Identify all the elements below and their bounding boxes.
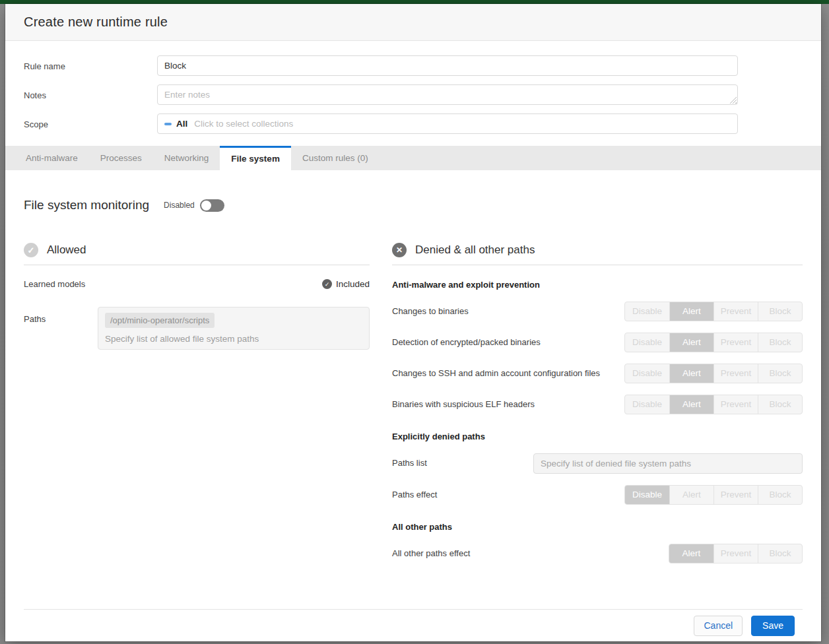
notes-input[interactable] [157, 84, 738, 105]
tab-bar: Anti-malwareProcessesNetworkingFile syst… [5, 146, 821, 170]
modal-title: Create new runtime rule [24, 15, 168, 30]
effect-option-alert[interactable]: Alert [669, 364, 713, 383]
row-detection-of-encrypted-packed-binaries: Detection of encrypted/packed binariesDi… [392, 333, 803, 352]
allowed-section-head: ✓ Allowed [24, 243, 370, 265]
row-changes-to-binaries: Changes to binariesDisableAlertPreventBl… [392, 302, 803, 321]
allowed-paths-placeholder: Specify list of allowed file system path… [105, 334, 362, 344]
included-check-icon: ✓ [322, 279, 332, 289]
learned-models-row: Learned models ✓ Included [24, 279, 370, 289]
subheading-explicitly-denied-paths: Explicitly denied paths [392, 432, 803, 441]
check-circle-icon: ✓ [24, 243, 38, 257]
effect-option-disable[interactable]: Disable [625, 333, 669, 352]
monitoring-toggle[interactable] [200, 199, 224, 212]
effect-option-disable[interactable]: Disable [625, 302, 669, 321]
rule-form: Rule name Notes Scope All Click to selec… [5, 41, 821, 146]
effect-option-prevent[interactable]: Prevent [713, 544, 758, 563]
x-circle-icon: ✕ [392, 243, 407, 257]
allowed-paths-row: Paths /opt/minio-operator/scripts Specif… [24, 307, 370, 350]
row-label: Changes to SSH and admin account configu… [392, 367, 624, 380]
effect-option-block[interactable]: Block [758, 302, 802, 321]
rule-name-label: Rule name [24, 55, 157, 71]
toggle-knob [201, 201, 211, 210]
learned-models-label: Learned models [24, 279, 85, 289]
allowed-path-chips: /opt/minio-operator/scripts [105, 313, 362, 328]
allowed-paths-box[interactable]: /opt/minio-operator/scripts Specify list… [98, 307, 370, 350]
effect-option-alert[interactable]: Alert [669, 395, 713, 414]
modal-footer: Cancel Save [24, 609, 803, 641]
denied-section-head: ✕ Denied & all other paths [392, 243, 803, 265]
tab-anti-malware[interactable]: Anti-malware [15, 146, 89, 170]
denied-groups: Anti-malware and exploit preventionChang… [392, 280, 803, 564]
allowed-paths-label: Paths [24, 307, 98, 324]
row-changes-to-ssh-and-admin-account-configuration-files: Changes to SSH and admin account configu… [392, 364, 803, 383]
cancel-button[interactable]: Cancel [694, 616, 743, 636]
monitoring-toggle-label: Disabled [164, 201, 195, 210]
row-label: Paths effect [392, 488, 624, 501]
effect-option-block[interactable]: Block [758, 364, 802, 383]
scope-select[interactable]: All Click to select collections [157, 113, 738, 134]
effect-group-changes-to-binaries: DisableAlertPreventBlock [624, 302, 803, 321]
scope-tag-all: All [176, 119, 187, 129]
rule-name-row: Rule name [24, 55, 803, 76]
row-binaries-with-suspicious-elf-headers: Binaries with suspicious ELF headersDisa… [392, 395, 803, 414]
effect-option-prevent[interactable]: Prevent [713, 486, 758, 504]
effect-option-block[interactable]: Block [758, 333, 802, 352]
row-label: All other paths effect [392, 547, 669, 560]
effect-option-prevent[interactable]: Prevent [713, 333, 758, 352]
effect-option-disable[interactable]: Disable [625, 364, 669, 383]
notes-row: Notes [24, 84, 803, 105]
denied-paths-input[interactable] [533, 453, 803, 474]
row-paths-list: Paths list [392, 453, 803, 474]
allowed-title: Allowed [47, 243, 86, 257]
modal-header: Create new runtime rule [5, 4, 821, 41]
denied-title: Denied & all other paths [415, 243, 535, 257]
effect-option-alert[interactable]: Alert [669, 333, 713, 352]
effect-option-prevent[interactable]: Prevent [713, 395, 758, 414]
effect-group-paths-effect: DisableAlertPreventBlock [624, 485, 803, 505]
effect-option-alert[interactable]: Alert [669, 544, 713, 563]
effect-group-all-other-paths-effect: AlertPreventBlock [669, 544, 803, 564]
effect-option-block[interactable]: Block [758, 395, 802, 414]
subheading-all-other-paths: All other paths [392, 522, 803, 532]
row-label: Changes to binaries [392, 305, 624, 318]
effect-option-alert[interactable]: Alert [669, 302, 713, 321]
monitoring-heading: File system monitoring [24, 198, 149, 212]
row-label: Binaries with suspicious ELF headers [392, 398, 624, 411]
row-label: Detection of encrypted/packed binaries [392, 336, 624, 349]
effect-option-prevent[interactable]: Prevent [713, 302, 758, 321]
row-label: Paths list [392, 457, 533, 470]
rule-name-input[interactable] [157, 55, 738, 76]
scope-placeholder: Click to select collections [194, 119, 293, 129]
effect-option-block[interactable]: Block [758, 544, 802, 563]
effect-option-block[interactable]: Block [758, 486, 802, 504]
effect-option-alert[interactable]: Alert [669, 486, 713, 504]
included-text: Included [336, 279, 370, 289]
learned-models-status: ✓ Included [322, 279, 370, 289]
tab-processes[interactable]: Processes [89, 146, 153, 170]
tab-custom-rules-0[interactable]: Custom rules (0) [291, 146, 380, 170]
notes-label: Notes [24, 84, 157, 100]
scope-label: Scope [24, 113, 157, 129]
effect-group-binaries-with-suspicious-elf-headers: DisableAlertPreventBlock [624, 395, 803, 414]
allowed-column: ✓ Allowed Learned models ✓ Included Path… [24, 243, 370, 575]
row-paths-effect: Paths effectDisableAlertPreventBlock [392, 485, 803, 505]
monitoring-row: File system monitoring Disabled [24, 198, 803, 212]
file-system-tab-content: File system monitoring Disabled ✓ Allowe… [5, 170, 821, 641]
save-button[interactable]: Save [751, 616, 795, 636]
effect-group-changes-to-ssh-and-admin-account-configuration-files: DisableAlertPreventBlock [624, 364, 803, 383]
effect-group-detection-of-encrypted-packed-binaries: DisableAlertPreventBlock [624, 333, 803, 352]
scope-row: Scope All Click to select collections [24, 113, 803, 134]
collection-color-icon [164, 123, 172, 125]
create-runtime-rule-modal: Create new runtime rule Rule name Notes … [5, 4, 821, 641]
effect-option-prevent[interactable]: Prevent [713, 364, 758, 383]
effect-option-disable[interactable]: Disable [625, 486, 669, 504]
effect-option-disable[interactable]: Disable [625, 395, 669, 414]
tab-file-system[interactable]: File system [220, 146, 291, 170]
subheading-anti-malware-and-exploit-prevention: Anti-malware and exploit prevention [392, 280, 803, 290]
denied-column: ✕ Denied & all other paths Anti-malware … [392, 243, 803, 575]
allowed-path-chip[interactable]: /opt/minio-operator/scripts [105, 313, 215, 328]
tab-networking[interactable]: Networking [153, 146, 220, 170]
row-all-other-paths-effect: All other paths effectAlertPreventBlock [392, 544, 803, 564]
